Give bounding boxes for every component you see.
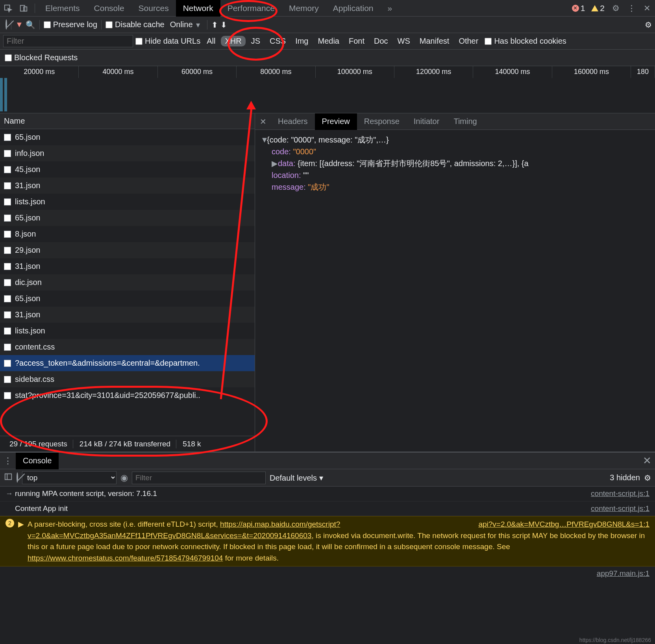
kebab-menu-icon[interactable]: ⋮ (624, 0, 639, 17)
name-column-header[interactable]: Name (0, 113, 255, 129)
chip-all[interactable]: All (203, 36, 219, 46)
drawer-close-icon[interactable]: ✕ (639, 455, 655, 467)
request-row[interactable]: 8.json (0, 226, 255, 242)
chip-js[interactable]: JS (247, 36, 264, 46)
blocked-requests-checkbox[interactable]: Blocked Requests (5, 53, 78, 62)
tab-memory[interactable]: Memory (282, 0, 326, 17)
request-row[interactable]: info.json (0, 145, 255, 161)
json-value: "成功" (308, 183, 329, 191)
request-row[interactable]: lists.json (0, 194, 255, 210)
tab-network[interactable]: Network (176, 0, 220, 17)
request-name: 29.json (15, 246, 41, 255)
dtab-headers[interactable]: Headers (271, 113, 315, 130)
disable-cache-checkbox[interactable]: Disable cache (105, 20, 165, 29)
request-name: stat?province=31&city=3101&uid=252059677… (15, 391, 200, 400)
clear-button[interactable] (6, 20, 7, 29)
chip-doc[interactable]: Doc (370, 36, 392, 46)
drawer-tab-console[interactable]: Console (16, 453, 59, 469)
device-toggle-icon[interactable] (16, 0, 31, 17)
preserve-log-checkbox[interactable]: Preserve log (44, 20, 97, 29)
console-source-link[interactable]: api?v=2.0&ak=MVCztbg…PfVREgvD8GN8L&s=1:1 (478, 520, 649, 528)
chip-media[interactable]: Media (314, 36, 343, 46)
request-row[interactable]: 31.json (0, 258, 255, 274)
warn-link[interactable]: https://www.chromestatus.com/feature/571… (28, 554, 223, 562)
preview-body[interactable]: ▼{code: "0000", message: "成功",…} code: "… (255, 130, 655, 452)
chip-other[interactable]: Other (455, 36, 482, 46)
warning-count[interactable]: 2 (588, 4, 608, 13)
request-row[interactable]: 65.json (0, 129, 255, 145)
console-source-link[interactable]: app97.main.js:1 (597, 568, 649, 579)
console-source-link[interactable]: content-script.js:1 (591, 503, 649, 514)
chip-img[interactable]: Img (291, 36, 312, 46)
file-icon (4, 263, 11, 270)
file-icon (4, 215, 11, 222)
live-expression-icon[interactable]: ◉ (120, 473, 128, 483)
request-row[interactable]: ?access_token=&admissions=&central=&depa… (0, 355, 255, 371)
hide-data-urls-checkbox[interactable]: Hide data URLs (135, 37, 200, 46)
tab-application[interactable]: Application (326, 0, 381, 17)
throttle-select[interactable]: Online▾ (167, 20, 203, 30)
console-context-select[interactable]: top (22, 471, 117, 484)
request-name: dic.json (15, 278, 42, 287)
request-row[interactable]: sidebar.css (0, 371, 255, 387)
file-icon (4, 150, 11, 157)
network-filter-input[interactable] (3, 35, 133, 47)
console-hidden-count[interactable]: 3 hidden (610, 473, 640, 482)
request-row[interactable]: 29.json (0, 242, 255, 258)
chip-font[interactable]: Font (345, 36, 368, 46)
close-detail-icon[interactable]: ✕ (255, 117, 271, 126)
chip-ws[interactable]: WS (394, 36, 414, 46)
request-row[interactable]: stat?province=31&city=3101&uid=252059677… (0, 387, 255, 403)
console-levels-select[interactable]: Default levels ▾ (270, 473, 323, 483)
console-source-link[interactable]: content-script.js:1 (591, 488, 649, 500)
tab-sources[interactable]: Sources (131, 0, 176, 17)
request-row[interactable]: 31.json (0, 307, 255, 323)
settings-icon[interactable]: ⚙ (608, 0, 624, 17)
dtab-preview[interactable]: Preview (315, 113, 357, 130)
request-row[interactable]: dic.json (0, 274, 255, 291)
file-icon (4, 295, 11, 302)
request-name: 8.json (15, 229, 36, 239)
dtab-timing[interactable]: Timing (446, 113, 484, 130)
upload-har-icon[interactable]: ⬆ (211, 20, 218, 30)
request-row[interactable]: 31.json (0, 178, 255, 194)
file-icon (4, 231, 11, 238)
console-clear-icon[interactable] (17, 473, 18, 482)
request-row[interactable]: 65.json (0, 291, 255, 307)
console-line: app97.main.js:1 (0, 566, 655, 581)
timeline-tick: 140000 ms (473, 66, 552, 78)
download-har-icon[interactable]: ⬇ (220, 20, 227, 30)
dtab-initiator[interactable]: Initiator (407, 113, 447, 130)
console-filter-input[interactable] (132, 472, 266, 484)
close-devtools-icon[interactable]: ✕ (639, 0, 655, 17)
chip-xhr[interactable]: XHR (221, 36, 245, 46)
inspect-icon[interactable] (0, 0, 16, 17)
drawer-menu-icon[interactable]: ⋮ (0, 456, 16, 466)
tab-console[interactable]: Console (87, 0, 131, 17)
has-blocked-cookies-checkbox[interactable]: Has blocked cookies (485, 37, 566, 46)
svg-rect-1 (20, 5, 25, 11)
network-timeline[interactable]: 20000 ms 40000 ms 60000 ms 80000 ms 1000… (0, 66, 655, 113)
request-row[interactable]: 45.json (0, 161, 255, 178)
request-row[interactable]: lists.json (0, 323, 255, 339)
request-row[interactable]: 65.json (0, 210, 255, 226)
timeline-tick: 120000 ms (394, 66, 473, 78)
search-icon[interactable]: 🔍 (26, 20, 35, 30)
request-name: sidebar.css (15, 375, 54, 384)
console-sidebar-toggle-icon[interactable] (4, 472, 13, 483)
timeline-tick: 100000 ms (316, 66, 394, 78)
request-row[interactable]: content.css (0, 339, 255, 355)
console-settings-icon[interactable]: ⚙ (644, 473, 651, 483)
filter-toggle-icon[interactable]: ▼ (15, 20, 23, 29)
request-name: info.json (15, 149, 44, 158)
tab-overflow[interactable]: » (380, 0, 399, 17)
tab-elements[interactable]: Elements (38, 0, 87, 17)
chip-manifest[interactable]: Manifest (416, 36, 453, 46)
chip-css[interactable]: CSS (266, 36, 290, 46)
request-name: 65.json (15, 133, 41, 142)
error-count[interactable]: ✕1 (569, 4, 588, 13)
network-settings-icon[interactable]: ⚙ (645, 20, 652, 30)
tab-performance[interactable]: Performance (220, 0, 282, 17)
console-line: Content App init content-script.js:1 (0, 502, 655, 516)
dtab-response[interactable]: Response (357, 113, 407, 130)
